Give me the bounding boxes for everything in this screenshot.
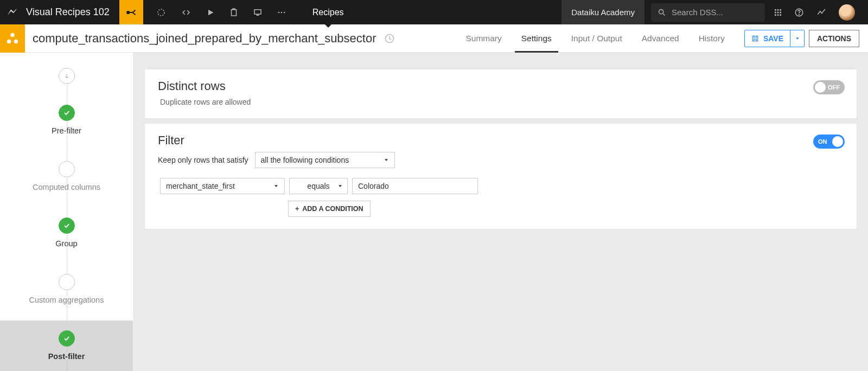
distinct-title: Distinct rows: [158, 79, 844, 93]
filter-mode-select[interactable]: all the following conditions: [255, 152, 395, 168]
chevron-down-icon: [337, 183, 343, 189]
save-label: SAVE: [763, 34, 783, 43]
filter-card: Filter ON Keep only rows that satisfy al…: [144, 123, 857, 229]
svg-rect-9: [777, 9, 779, 11]
svg-rect-11: [775, 11, 776, 13]
tab-io[interactable]: Input / Output: [561, 24, 632, 53]
tab-settings[interactable]: Settings: [512, 24, 561, 53]
academy-link[interactable]: Dataiku Academy: [561, 0, 644, 24]
more-icon[interactable]: [277, 8, 286, 17]
step-input[interactable]: [0, 68, 133, 105]
main-panel: Distinct rows Duplicate rows are allowed…: [133, 53, 868, 371]
add-condition-button[interactable]: + ADD A CONDITION: [288, 201, 371, 217]
svg-point-4: [278, 11, 279, 13]
save-button[interactable]: SAVE: [745, 34, 790, 43]
steps-sidebar: Pre-filter Computed columns Group Custom…: [0, 53, 133, 371]
tools-icon[interactable]: [156, 8, 166, 17]
clipboard-icon[interactable]: [229, 8, 239, 17]
top-icons: [143, 8, 299, 17]
filter-toggle[interactable]: ON: [813, 135, 845, 149]
help-icon[interactable]: [794, 8, 804, 17]
breadcrumb[interactable]: Recipes: [299, 0, 357, 24]
svg-rect-13: [780, 11, 781, 13]
logo-icon[interactable]: [0, 7, 24, 18]
condition-column-select[interactable]: merchant_state_first: [160, 178, 285, 194]
condition-value-input[interactable]: [352, 178, 478, 194]
svg-rect-2: [231, 9, 236, 15]
svg-point-1: [158, 9, 164, 16]
tabs: Summary Settings Input / Output Advanced…: [456, 24, 734, 53]
sub-header: compute_transactions_joined_prepared_by_…: [0, 24, 868, 53]
pulse-icon[interactable]: [816, 8, 827, 17]
topbar: Visual Recipes 102 Recipes Dataiku Acade…: [0, 0, 868, 24]
distinct-toggle[interactable]: OFF: [813, 80, 845, 94]
apps-icon[interactable]: [774, 8, 782, 17]
tab-summary[interactable]: Summary: [456, 24, 511, 53]
step-group[interactable]: Group: [0, 218, 133, 274]
step-postfilter[interactable]: Post-filter: [0, 321, 133, 371]
svg-point-0: [127, 11, 129, 13]
avatar[interactable]: [839, 4, 855, 21]
svg-rect-10: [780, 9, 781, 11]
run-icon[interactable]: [206, 8, 215, 17]
page-title: compute_transactions_joined_prepared_by_…: [25, 31, 384, 46]
step-prefilter[interactable]: Pre-filter: [0, 105, 133, 161]
svg-point-5: [280, 11, 282, 13]
keep-label: Keep only rows that satisfy: [158, 156, 248, 164]
svg-point-18: [799, 14, 800, 15]
svg-rect-15: [777, 14, 779, 16]
code-icon[interactable]: [180, 8, 192, 17]
step-computed-columns[interactable]: Computed columns: [0, 161, 133, 218]
svg-rect-3: [254, 9, 261, 14]
svg-rect-8: [775, 9, 776, 11]
condition-row: merchant_state_first equals: [160, 178, 844, 194]
top-right: [770, 4, 868, 21]
flow-icon[interactable]: [119, 0, 143, 24]
svg-point-6: [284, 11, 285, 13]
svg-rect-16: [780, 14, 781, 16]
chevron-down-icon: [273, 183, 279, 189]
svg-point-20: [7, 39, 11, 43]
svg-point-21: [14, 39, 18, 43]
save-dropdown[interactable]: [790, 30, 804, 47]
filter-title: Filter: [158, 133, 844, 148]
search-input[interactable]: Search DSS...: [651, 3, 765, 22]
monitor-icon[interactable]: [253, 8, 263, 17]
svg-point-7: [659, 9, 663, 14]
actions-button[interactable]: ACTIONS: [809, 30, 859, 47]
distinct-rows-card: Distinct rows Duplicate rows are allowed…: [144, 69, 857, 119]
svg-rect-14: [775, 14, 776, 16]
recipe-icon: [0, 24, 25, 53]
svg-point-19: [10, 33, 14, 36]
svg-rect-12: [777, 11, 779, 13]
project-name[interactable]: Visual Recipes 102: [24, 7, 119, 18]
tab-advanced[interactable]: Advanced: [632, 24, 689, 53]
chevron-down-icon: [384, 157, 389, 163]
condition-operator-select[interactable]: equals: [289, 178, 348, 194]
svg-rect-23: [752, 36, 757, 41]
save-group: SAVE: [744, 30, 805, 47]
refresh-icon[interactable]: [384, 33, 395, 44]
plus-icon: +: [295, 205, 299, 213]
search-placeholder: Search DSS...: [672, 8, 723, 17]
tab-history[interactable]: History: [689, 24, 735, 53]
distinct-desc: Duplicate rows are allowed: [158, 98, 844, 106]
